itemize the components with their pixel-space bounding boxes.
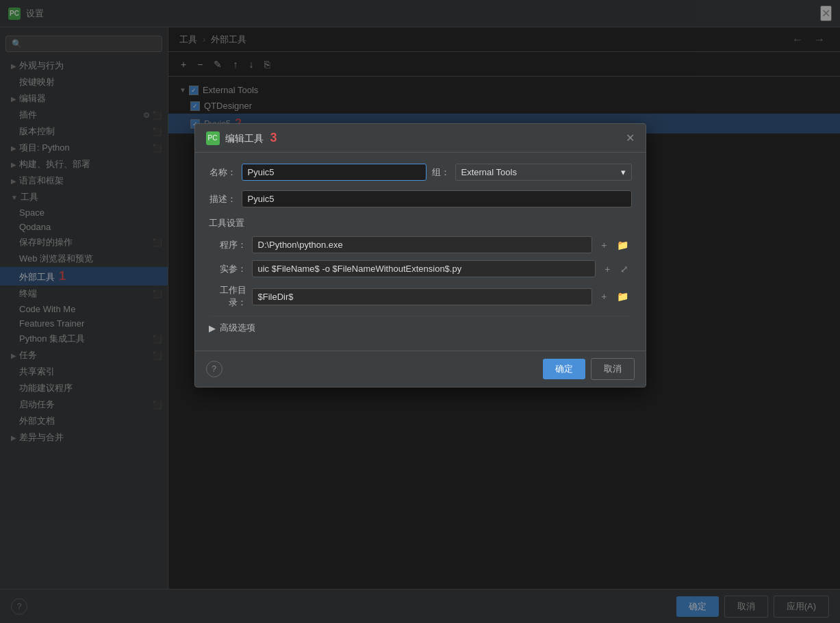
program-add-button[interactable]: + bbox=[598, 238, 610, 252]
advanced-label: 高级选项 bbox=[220, 322, 255, 334]
tool-settings-section: 工具设置 bbox=[209, 217, 632, 229]
args-expand-button[interactable]: ⤢ bbox=[617, 262, 632, 276]
workdir-browse-button[interactable]: 📁 bbox=[613, 290, 632, 303]
modal-help-button[interactable]: ? bbox=[206, 361, 222, 377]
name-group-row: 名称： 组： External Tools ▾ bbox=[209, 164, 632, 181]
chevron-down-icon: ▾ bbox=[621, 167, 626, 177]
advanced-options-section[interactable]: ▶ 高级选项 bbox=[209, 316, 632, 340]
group-select-value: External Tools bbox=[461, 167, 517, 177]
workdir-label: 工作目录： bbox=[209, 284, 246, 309]
modal-footer: ? 确定 取消 bbox=[195, 351, 646, 387]
args-label: 实参： bbox=[209, 263, 246, 275]
desc-input[interactable] bbox=[242, 190, 632, 207]
desc-row: 描述： bbox=[209, 190, 632, 207]
edit-tool-modal: PC 编辑工具 3 ✕ 名称： 组： External Tools ▾ 描述： bbox=[194, 123, 646, 387]
program-value: D:\Python\python.exe bbox=[252, 236, 593, 253]
workdir-row: 工作目录： $FileDir$ + 📁 bbox=[209, 284, 632, 309]
group-label: 组： bbox=[432, 166, 450, 179]
modal-app-icon: PC bbox=[206, 131, 220, 145]
args-row: 实参： uic $FileName$ -o $FileNameWithoutEx… bbox=[209, 260, 632, 277]
modal-ok-button[interactable]: 确定 bbox=[543, 359, 585, 379]
args-value: uic $FileName$ -o $FileNameWithoutExtens… bbox=[252, 260, 596, 277]
modal-overlay: PC 编辑工具 3 ✕ 名称： 组： External Tools ▾ 描述： bbox=[0, 0, 840, 623]
name-input[interactable] bbox=[242, 164, 427, 181]
group-select[interactable]: External Tools ▾ bbox=[455, 164, 632, 181]
program-browse-button[interactable]: 📁 bbox=[613, 238, 632, 252]
modal-body: 名称： 组： External Tools ▾ 描述： 工具设置 程序： D:\… bbox=[195, 153, 646, 351]
args-add-button[interactable]: + bbox=[601, 262, 613, 276]
modal-cancel-button[interactable]: 取消 bbox=[591, 358, 635, 380]
desc-label: 描述： bbox=[209, 193, 236, 205]
name-label: 名称： bbox=[209, 166, 236, 179]
chevron-right-icon: ▶ bbox=[209, 323, 216, 333]
modal-close-button[interactable]: ✕ bbox=[626, 131, 635, 144]
modal-title: 编辑工具 3 bbox=[225, 131, 620, 145]
workdir-add-button[interactable]: + bbox=[598, 290, 610, 303]
program-row: 程序： D:\Python\python.exe + 📁 bbox=[209, 236, 632, 253]
program-label: 程序： bbox=[209, 239, 246, 251]
workdir-value: $FileDir$ bbox=[252, 288, 593, 305]
step-3-label: 3 bbox=[270, 131, 277, 144]
modal-header: PC 编辑工具 3 ✕ bbox=[195, 124, 646, 153]
